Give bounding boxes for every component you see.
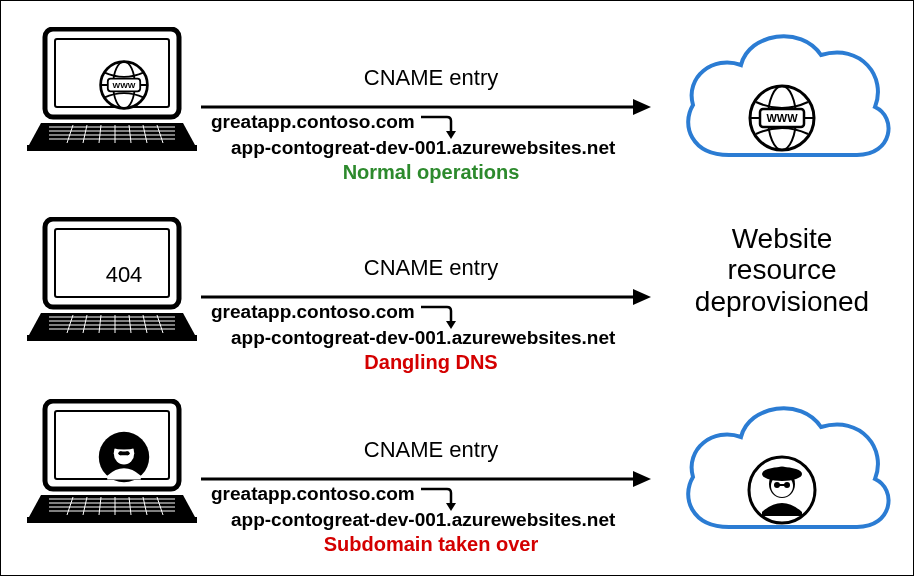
svg-rect-13 xyxy=(27,145,197,151)
target-domain: app-contogreat-dev-001.azurewebsites.net xyxy=(231,137,615,159)
status-404-icon: 404 xyxy=(73,243,175,307)
status-label: Subdomain taken over xyxy=(201,533,661,556)
laptop-icon xyxy=(27,399,197,529)
svg-marker-20 xyxy=(633,99,651,115)
scenario-row-takeover: CNAME entry greatapp.contoso.com app-con… xyxy=(1,381,914,567)
cname-mapping: CNAME entry greatapp.contoso.com app-con… xyxy=(201,381,661,567)
svg-marker-65 xyxy=(633,471,651,487)
laptop-icon: 404 xyxy=(27,217,197,347)
cname-label: CNAME entry xyxy=(201,437,661,463)
source-domain: greatapp.contoso.com xyxy=(211,111,415,133)
svg-rect-40 xyxy=(27,335,197,341)
deprovisioned-label: Website resource deprovisioned xyxy=(677,223,887,317)
cname-label: CNAME entry xyxy=(201,65,661,91)
status-label: Dangling DNS xyxy=(201,351,661,374)
svg-text:WWW: WWW xyxy=(113,81,136,90)
target-domain: app-contogreat-dev-001.azurewebsites.net xyxy=(231,327,615,349)
scenario-row-dangling: 404 CNAME entry greatapp.contoso.com app… xyxy=(1,199,914,385)
attacker-icon xyxy=(737,445,827,535)
svg-rect-57 xyxy=(27,517,197,523)
globe-www-icon: WWW xyxy=(737,73,827,163)
svg-rect-73 xyxy=(779,484,785,486)
source-domain: greatapp.contoso.com xyxy=(211,483,415,505)
cloud-icon xyxy=(671,387,901,551)
cloud-icon: WWW xyxy=(671,15,901,179)
laptop-icon: WWW xyxy=(27,27,197,157)
svg-point-62 xyxy=(119,451,123,455)
svg-point-63 xyxy=(125,451,129,455)
cname-mapping: CNAME entry greatapp.contoso.com app-con… xyxy=(201,9,661,195)
source-domain: greatapp.contoso.com xyxy=(211,301,415,323)
target-domain: app-contogreat-dev-001.azurewebsites.net xyxy=(231,509,615,531)
svg-text:WWW: WWW xyxy=(766,112,798,124)
scenario-row-normal: WWW CNAME entry greatapp.contoso.com app… xyxy=(1,9,914,195)
cname-mapping: CNAME entry greatapp.contoso.com app-con… xyxy=(201,199,661,385)
svg-marker-42 xyxy=(633,289,651,305)
cname-label: CNAME entry xyxy=(201,255,661,281)
attacker-icon xyxy=(73,425,175,489)
status-label: Normal operations xyxy=(201,161,661,184)
globe-www-icon: WWW xyxy=(73,53,175,117)
